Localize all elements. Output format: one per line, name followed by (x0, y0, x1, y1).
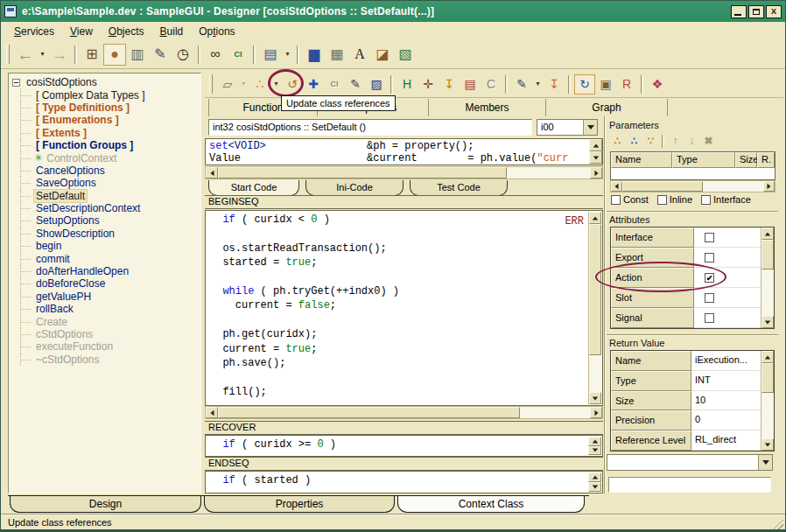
server-button[interactable]: ▦ (326, 44, 348, 66)
declaration-hscrollbar[interactable] (205, 166, 603, 179)
minimize-button[interactable] (731, 5, 747, 18)
scrollbar-track[interactable] (589, 355, 601, 392)
endseq-code-editor[interactable]: if ( started ) (205, 471, 603, 494)
tree-item-cstdoptions[interactable]: ~cStdOptions (9, 354, 200, 366)
scrollbar-track[interactable] (703, 181, 763, 192)
class-graph-button[interactable]: ❖ (647, 74, 668, 94)
scrollbar-thumb[interactable] (761, 363, 774, 393)
tree-item-saveoptions[interactable]: SaveOptions (9, 177, 200, 189)
import-code-button[interactable]: ↧ (544, 74, 565, 94)
tree-item-extents[interactable]: [ Extents ] (9, 127, 200, 139)
scrollbar-track[interactable] (761, 270, 774, 316)
recover-vscrollbar[interactable] (588, 437, 601, 455)
checkbox-inline[interactable] (657, 195, 667, 205)
class-tree[interactable]: cosiStdOptions[ Complex Data Types ][ Ty… (8, 73, 201, 494)
scrollbar-track[interactable] (520, 407, 590, 418)
rename-references-button[interactable]: R (616, 74, 637, 94)
column-header-name[interactable]: Name (611, 152, 672, 168)
scrollbar-thumb[interactable] (622, 181, 703, 192)
checkbox-export[interactable] (705, 253, 714, 262)
edit-code-dropdown[interactable]: ▾ (532, 74, 544, 94)
start-code-editor[interactable]: if ( curidx < 0 ) os.startReadTransactio… (205, 210, 603, 406)
column-header-r[interactable]: R. (757, 152, 775, 168)
column-header-size[interactable]: Size (735, 152, 757, 168)
tree-item-setupoptions[interactable]: SetupOptions (9, 214, 200, 227)
tree-item-commit[interactable]: commit (9, 252, 200, 264)
code-vscrollbar[interactable] (588, 212, 601, 404)
refresh-button[interactable]: ↻ (574, 74, 595, 94)
scrollbar-track[interactable] (761, 393, 774, 438)
tree-item-function-groups[interactable]: [ Function Groups ] (9, 139, 200, 151)
tab-context-class[interactable]: Context Class (397, 496, 585, 513)
update-class-references-button[interactable]: ↺ (282, 74, 303, 94)
checkbox-interface[interactable] (705, 233, 714, 242)
scrollbar-thumb[interactable] (218, 407, 520, 418)
checkbox-interface[interactable] (701, 195, 711, 205)
data-form-button[interactable]: ▤ (259, 44, 282, 66)
back-history-dropdown[interactable]: ▾ (37, 44, 48, 66)
column-header-type[interactable]: Type (672, 152, 735, 168)
scroll-down-button[interactable] (588, 482, 601, 492)
return-value-vscrollbar[interactable] (761, 351, 774, 451)
tree-item-type-definitions[interactable]: [ Type Definitions ] (9, 102, 200, 114)
tree-item-setdescriptioncontext[interactable]: SetDescriptionContext (9, 202, 200, 214)
parameters-empty-row[interactable] (611, 168, 775, 179)
class-item-button[interactable]: CI (324, 74, 345, 94)
move-up-button[interactable]: ↑ (667, 133, 684, 149)
tree-item-showdescription[interactable]: ShowDescription (9, 228, 200, 240)
scroll-right-button[interactable] (763, 181, 775, 192)
scroll-down-button[interactable] (588, 446, 601, 456)
scroll-up-button[interactable] (761, 228, 774, 240)
add-code-button[interactable]: ✛ (418, 74, 439, 94)
tree-item-executefunction[interactable]: executeFunction (9, 340, 200, 353)
maximize-button[interactable] (748, 5, 764, 18)
scroll-down-button[interactable] (761, 438, 774, 451)
scroll-left-button[interactable] (206, 167, 218, 178)
return-value-cell[interactable]: 10 (691, 391, 761, 411)
com-button[interactable]: C (481, 74, 502, 94)
context-combo[interactable] (607, 454, 773, 471)
code-hscrollbar[interactable] (205, 406, 603, 419)
scroll-up-button[interactable] (588, 437, 601, 446)
parameters-table[interactable]: NameTypeSizeR. (610, 151, 775, 180)
forward-button[interactable]: → (48, 44, 71, 66)
return-value-cell[interactable]: INT (691, 371, 761, 391)
menu-build[interactable]: Build (152, 24, 192, 39)
new-object-dropdown[interactable]: ▾ (270, 74, 282, 94)
tab-properties[interactable]: Properties (204, 496, 395, 513)
preview-button[interactable]: ∞ (204, 44, 227, 66)
menu-view[interactable]: View (62, 24, 101, 39)
delete-parameter-button[interactable]: ✖ (700, 133, 717, 149)
move-down-button[interactable]: ↓ (684, 133, 700, 149)
toolbar-grip[interactable] (6, 45, 10, 64)
endseq-vscrollbar[interactable] (588, 472, 601, 492)
tree-item-begin[interactable]: begin (9, 240, 200, 252)
data-form-dropdown[interactable]: ▾ (282, 44, 293, 66)
add-parameter-button[interactable]: ∴ (609, 133, 626, 149)
designer-button[interactable]: ● (103, 44, 126, 66)
edit-layout-button[interactable]: ✎ (345, 74, 366, 94)
close-button[interactable]: X (766, 5, 782, 18)
new-object-button[interactable]: ∴ (249, 74, 270, 94)
menu-options[interactable]: Options (191, 24, 242, 39)
scrollbar-thumb[interactable] (589, 224, 601, 355)
checkbox-const[interactable] (611, 195, 621, 205)
parameters-hscrollbar[interactable] (610, 180, 775, 192)
tree-item-canceloptions[interactable]: CancelOptions (9, 164, 200, 177)
tree-item-getvalueph[interactable]: getValuePH (9, 290, 200, 303)
tree-item-cstdoptions[interactable]: cStdOptions (9, 328, 200, 340)
verify-code-button[interactable]: ▣ (595, 74, 616, 94)
scroll-left-button[interactable] (206, 407, 218, 418)
checkbox-action[interactable] (705, 273, 714, 283)
scroll-down-button[interactable] (761, 316, 774, 328)
declaration-vscrollbar[interactable] (589, 139, 602, 164)
scroll-up-button[interactable] (589, 139, 602, 151)
check-form-button[interactable]: ▤ (460, 74, 481, 94)
tab-graph[interactable]: Graph (546, 99, 668, 116)
instance-combo[interactable]: i00 (537, 119, 598, 136)
tab-ini-code[interactable]: Ini-Code (305, 180, 404, 196)
tree-item-cosistdoptions[interactable]: cosiStdOptions (9, 76, 200, 88)
collapse-expander-icon[interactable] (12, 79, 20, 87)
tree-item-doafterhandleopen[interactable]: doAfterHandleOpen (9, 265, 200, 277)
tab-start-code[interactable]: Start Code (208, 180, 299, 196)
